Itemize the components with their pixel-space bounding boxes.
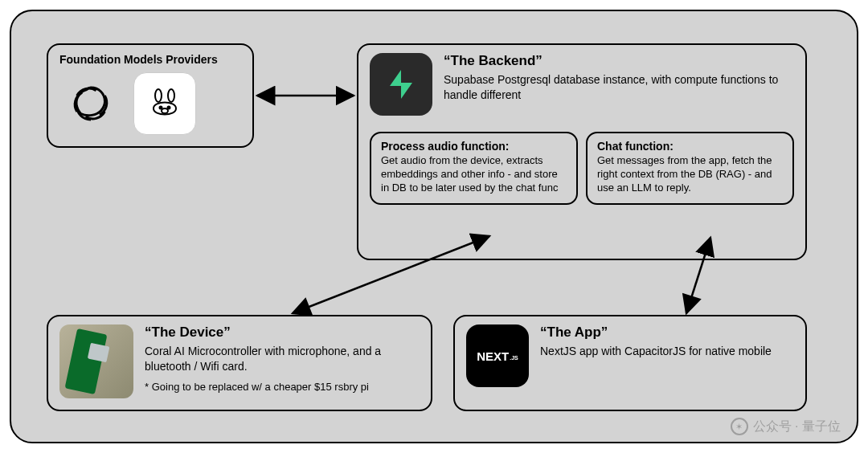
svg-point-1: [168, 89, 174, 102]
supabase-icon: [370, 53, 432, 116]
device-photo: [59, 324, 133, 398]
device-title: “The Device”: [145, 324, 420, 341]
app-description: NextJS app with CapacitorJS for native m…: [540, 344, 772, 359]
svg-point-2: [160, 107, 162, 109]
chat-function-box: Chat function: Get messages from the app…: [586, 132, 794, 205]
device-note: * Going to be replaced w/ a cheaper $15 …: [145, 381, 420, 393]
backend-description: Supabase Postgresql database instance, w…: [444, 72, 794, 103]
process-audio-title: Process audio function:: [381, 140, 567, 153]
foundation-models-box: Foundation Models Providers: [47, 43, 254, 148]
device-box: “The Device” Coral AI Microcontroller wi…: [47, 315, 432, 411]
diagram-canvas: Foundation Models Providers: [10, 10, 858, 443]
app-title: “The App”: [540, 324, 772, 341]
watermark: ✶ 公众号 · 量子位: [731, 418, 841, 435]
openai-icon: [59, 72, 122, 135]
device-description: Coral AI Microcontroller with microphone…: [145, 344, 420, 374]
svg-point-3: [168, 107, 170, 109]
backend-box: “The Backend” Supabase Postgresql databa…: [357, 43, 807, 260]
process-audio-description: Get audio from the device, extracts embe…: [381, 154, 567, 195]
app-box: NEXT.JS “The App” NextJS app with Capaci…: [453, 315, 807, 411]
wechat-icon: ✶: [731, 418, 748, 435]
nextjs-icon: NEXT.JS: [466, 324, 529, 387]
ollama-icon: [133, 72, 196, 135]
process-audio-function-box: Process audio function: Get audio from t…: [370, 132, 578, 205]
chat-function-description: Get messages from the app, fetch the rig…: [597, 154, 783, 195]
svg-point-4: [162, 108, 168, 113]
foundation-models-title: Foundation Models Providers: [59, 53, 241, 66]
svg-point-0: [155, 89, 162, 102]
foundation-models-icons: [59, 72, 241, 135]
backend-title: “The Backend”: [444, 53, 794, 69]
chat-function-title: Chat function:: [597, 140, 783, 153]
